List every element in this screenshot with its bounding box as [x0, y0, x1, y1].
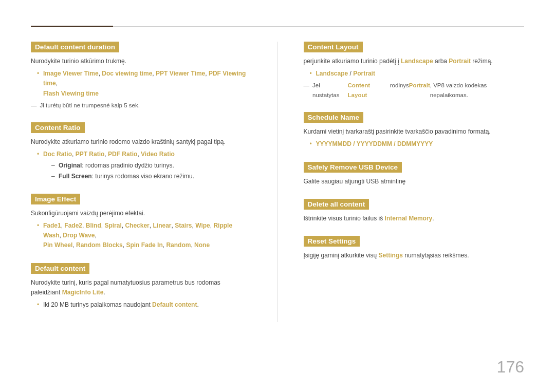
columns: Default content duration Nurodykite turi…	[31, 42, 524, 322]
magic-info-lite: MagicInfo Lite	[62, 289, 104, 296]
intro-text: Įsigiję gaminį atkurkite visų Settings n…	[304, 251, 525, 260]
top-rule	[31, 26, 524, 27]
landscape-option: Landscape	[316, 70, 348, 77]
item-text: Default content	[152, 301, 197, 308]
intro-text: Ištrinkite visus turinio failus iš Inter…	[304, 214, 525, 223]
section-safely-remove-usb: Safely Remove USB Device Galite saugiau …	[304, 162, 525, 186]
section-body-reset-settings: Įsigiję gaminį atkurkite visų Settings n…	[304, 251, 525, 260]
item-text: Random	[166, 241, 191, 249]
note-line: Jei nustatytas Content Layout rodinys Po…	[304, 81, 525, 100]
section-title-content-ratio: Content Ratio	[31, 122, 85, 133]
portrait-label: Portrait	[449, 58, 471, 65]
bullet-list: YYYYMMDD / YYYYDDMM / DDMMYYYY	[304, 139, 525, 149]
item-text: PPT Viewer Time	[156, 70, 205, 77]
settings-ref: Settings	[379, 252, 403, 259]
right-column: Content Layout perjunkite atkuriamo turi…	[304, 42, 525, 322]
section-title-schedule-name: Schedule Name	[304, 112, 364, 123]
list-item: Iki 20 MB turinys palaikomas naudojant D…	[37, 300, 252, 310]
section-body-content-ratio: Nurodykite atkuriamo turinio rodomo vaiz…	[31, 137, 252, 181]
item-text: Doc viewing time	[102, 70, 152, 77]
section-content-ratio: Content Ratio Nurodykite atkuriamo turin…	[31, 122, 252, 181]
intro-text: perjunkite atkuriamo turinio padėtį į La…	[304, 57, 525, 66]
column-divider	[278, 42, 278, 322]
section-content-layout: Content Layout perjunkite atkuriamo turi…	[304, 42, 525, 100]
intro-text: Nurodykite turinio atkūrimo trukmę.	[31, 57, 252, 66]
item-text: PPT Ratio	[76, 151, 105, 158]
item-text: Pin Wheel	[43, 241, 72, 249]
item-text: Stairs	[175, 222, 192, 229]
page-number: 176	[497, 358, 524, 377]
bullet-list: Image Viewer Time, Doc viewing time, PPT…	[31, 69, 252, 99]
item-text: Checker	[125, 222, 149, 229]
portrait-ref: Portrait	[409, 81, 430, 90]
item-text: PDF Ratio	[108, 151, 137, 158]
item-text: Blind	[86, 222, 101, 229]
section-schedule-name: Schedule Name Kurdami vietinį tvarkarašt…	[304, 112, 525, 149]
content-layout-ref: Content Layout	[348, 81, 390, 100]
section-body-default-content: Nurodykite turinį, kuris pagal numatytuo…	[31, 278, 252, 310]
section-body-delete-all-content: Ištrinkite visus turinio failus iš Inter…	[304, 214, 525, 223]
sub-item-label: Original	[59, 162, 82, 169]
item-text: Drop Wave	[63, 232, 95, 239]
sub-list-item: Full Screen: turinys rodomas viso ekrano…	[51, 172, 252, 181]
page: Default content duration Nurodykite turi…	[0, 0, 555, 353]
item-text: Image Viewer Time	[43, 70, 99, 77]
section-title-default-content: Default content	[31, 263, 89, 274]
list-item: Image Viewer Time, Doc viewing time, PPT…	[37, 69, 252, 99]
section-default-content-duration: Default content duration Nurodykite turi…	[31, 42, 252, 110]
item-text: Flash Viewing time	[43, 90, 99, 97]
section-title-image-effect: Image Effect	[31, 194, 80, 204]
item-text: Wipe	[195, 222, 210, 229]
section-default-content: Default content Nurodykite turinį, kuris…	[31, 263, 252, 310]
list-item: Doc Ratio, PPT Ratio, PDF Ratio, Video R…	[37, 150, 252, 181]
portrait-option: Portrait	[353, 70, 375, 77]
item-text: Spin Fade In	[126, 241, 162, 249]
intro-text: Sukonfigūruojami vaizdų perėjimo efektai…	[31, 209, 252, 218]
internal-memory-ref: Internal Memory	[385, 215, 433, 222]
top-rule-light	[113, 26, 524, 27]
section-delete-all-content: Delete all content Ištrinkite visus turi…	[304, 199, 525, 223]
left-column: Default content duration Nurodykite turi…	[31, 42, 252, 322]
section-body-default-content-duration: Nurodykite turinio atkūrimo trukmę. Imag…	[31, 57, 252, 110]
list-item: YYYYMMDD / YYYYDDMM / DDMMYYYY	[310, 139, 525, 149]
section-image-effect: Image Effect Sukonfigūruojami vaizdų per…	[31, 194, 252, 251]
section-title-content-layout: Content Layout	[304, 42, 363, 52]
bullet-list: Doc Ratio, PPT Ratio, PDF Ratio, Video R…	[31, 150, 252, 181]
section-body-content-layout: perjunkite atkuriamo turinio padėtį į La…	[304, 57, 525, 100]
section-body-safely-remove-usb: Galite saugiau atjungti USB atmintinę	[304, 177, 525, 186]
item-text: Doc Ratio	[43, 151, 72, 158]
section-title-reset-settings: Reset Settings	[304, 236, 360, 247]
item-text: Fade1	[43, 222, 61, 229]
bullet-list: Landscape / Portrait	[304, 69, 525, 79]
top-rule-dark	[31, 26, 113, 27]
section-reset-settings: Reset Settings Įsigiję gaminį atkurkite …	[304, 236, 525, 260]
list-item: Fade1, Fade2, Blind, Spiral, Checker, Li…	[37, 221, 252, 251]
section-body-schedule-name: Kurdami vietinį tvarkaraštį pasirinkite …	[304, 127, 525, 149]
intro-text: Nurodykite atkuriamo turinio rodomo vaiz…	[31, 137, 252, 147]
schedule-formats: YYYYMMDD / YYYYDDMM / DDMMYYYY	[316, 140, 433, 147]
intro-text: Galite saugiau atjungti USB atmintinę	[304, 177, 525, 186]
item-text: Linear	[153, 222, 171, 229]
section-body-image-effect: Sukonfigūruojami vaizdų perėjimo efektai…	[31, 209, 252, 251]
landscape-label: Landscape	[401, 58, 433, 65]
item-text: Fade2	[64, 222, 82, 229]
item-text: Video Ratio	[141, 151, 175, 158]
bullet-list: Iki 20 MB turinys palaikomas naudojant D…	[31, 300, 252, 310]
sub-list-item: Original: rodomas pradinio dydžio turiny…	[51, 161, 252, 171]
list-item: Landscape / Portrait	[310, 69, 525, 79]
section-title-safely-remove-usb: Safely Remove USB Device	[304, 162, 402, 173]
bullet-list: Fade1, Fade2, Blind, Spiral, Checker, Li…	[31, 221, 252, 251]
item-text: Spiral	[104, 222, 121, 229]
intro-text: Kurdami vietinį tvarkaraštį pasirinkite …	[304, 127, 525, 137]
section-title-delete-all-content: Delete all content	[304, 199, 369, 210]
item-text: Random Blocks	[76, 241, 123, 249]
sub-bullet-list: Original: rodomas pradinio dydžio turiny…	[43, 161, 252, 181]
item-text: None	[194, 241, 210, 249]
note-line: Ji turėtų būti ne trumpesnė kaip 5 sek.	[31, 101, 252, 110]
sub-item-label: Full Screen	[59, 173, 92, 180]
section-title-default-content-duration: Default content duration	[31, 42, 119, 52]
intro-text: Nurodykite turinį, kuris pagal numatytuo…	[31, 278, 252, 297]
